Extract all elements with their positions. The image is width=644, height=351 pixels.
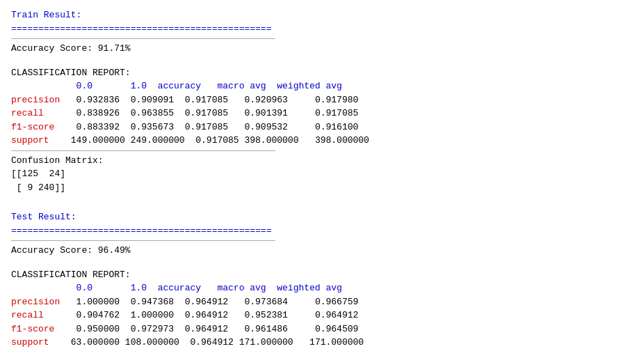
test-row-3-vals: 63.000000 108.000000 0.964912 171.000000… [60,337,364,348]
train-confusion-label: Confusion Matrix: [11,154,633,168]
test-title: Test Result: [11,210,633,224]
train-confusion-1: [ 9 240]] [11,181,633,195]
test-row-1-vals: 0.904762 1.000000 0.964912 0.952381 0.96… [60,310,358,320]
test-row-0-label: precision [11,297,60,307]
test-row-2-label: f1-score [11,324,60,334]
train-row-2: f1-score 0.883392 0.935673 0.917085 0.90… [11,120,633,134]
train-report-label: CLASSIFICATION REPORT: [11,66,633,80]
train-row-0-vals: 0.932836 0.909091 0.917085 0.920963 0.91… [60,95,358,105]
train-row-3-vals: 149.000000 249.000000 0.917085 398.00000… [60,135,369,146]
train-confusion-0: [[125 24] [11,167,633,181]
test-equals: ========================================… [11,224,633,238]
train-divider-1 [11,38,275,39]
train-row-1-label: recall [11,108,60,118]
test-row-1-label: recall [11,310,60,320]
train-row-2-vals: 0.883392 0.935673 0.917085 0.909532 0.91… [60,122,358,132]
test-report-label: CLASSIFICATION REPORT: [11,268,633,282]
test-accuracy: Accuracy Score: 96.49% [11,244,633,258]
test-divider-1 [11,240,275,241]
test-row-0-vals: 1.000000 0.947368 0.964912 0.973684 0.96… [60,297,358,307]
train-equals: ========================================… [11,22,633,36]
train-divider-2 [11,150,275,151]
train-row-2-label: f1-score [11,122,60,132]
train-row-3-label: support [11,135,60,146]
test-row-2-vals: 0.950000 0.972973 0.964912 0.961486 0.96… [60,324,358,334]
train-row-1-vals: 0.838926 0.963855 0.917085 0.901391 0.91… [60,108,358,118]
train-row-1: recall 0.838926 0.963855 0.917085 0.9013… [11,107,633,120]
test-row-1: recall 0.904762 1.000000 0.964912 0.9523… [11,309,633,322]
train-title: Train Result: [11,8,633,22]
train-col-headers: 0.0 1.0 accuracy macro avg weighted avg [11,79,633,93]
train-row-3: support 149.000000 249.000000 0.917085 3… [11,134,633,148]
train-section: Train Result: ==========================… [11,8,633,194]
test-row-2: f1-score 0.950000 0.972973 0.964912 0.96… [11,322,633,336]
test-row-3-label: support [11,337,60,348]
test-row-0: precision 1.000000 0.947368 0.964912 0.9… [11,295,633,309]
train-accuracy: Accuracy Score: 91.71% [11,42,633,56]
train-row-0-label: precision [11,95,60,105]
test-section: Test Result: ===========================… [11,210,633,351]
test-row-3: support 63.000000 108.000000 0.964912 17… [11,336,633,350]
train-row-0: precision 0.932836 0.909091 0.917085 0.9… [11,93,633,107]
test-col-headers: 0.0 1.0 accuracy macro avg weighted avg [11,281,633,295]
